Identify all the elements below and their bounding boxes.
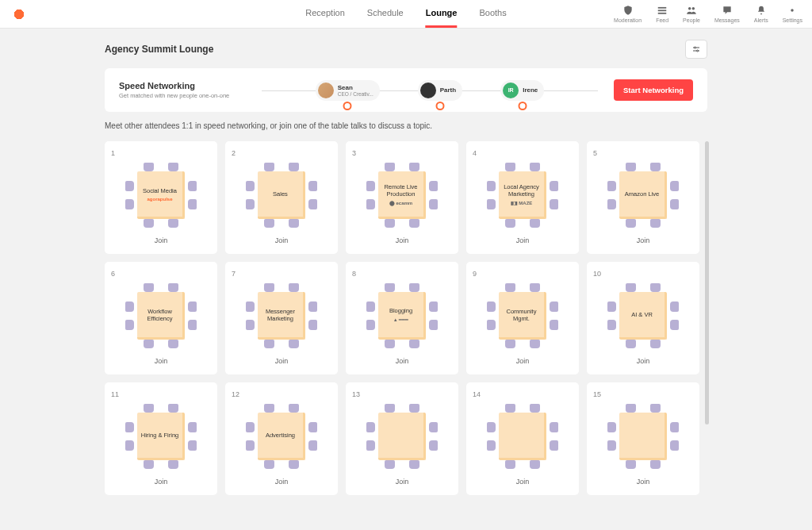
svg-point-9 — [697, 50, 699, 52]
chair-icon — [366, 181, 375, 191]
chair-icon — [289, 460, 299, 469]
person-chip[interactable]: Parth — [418, 80, 462, 101]
chair-icon — [366, 320, 375, 330]
join-button[interactable]: Join — [275, 357, 289, 365]
shield-icon — [622, 5, 634, 16]
chair-icon — [366, 199, 375, 209]
start-networking-button[interactable]: Start Networking — [614, 79, 693, 101]
nav-tab-booths[interactable]: Booths — [479, 0, 506, 28]
join-button[interactable]: Join — [275, 236, 289, 244]
table-label: AI & VR — [631, 311, 653, 318]
chair-icon — [505, 340, 515, 348]
table-sponsor: ▮◨ MAZE — [511, 200, 533, 205]
nav-settings[interactable]: Settings — [783, 5, 802, 23]
sliders-icon — [691, 44, 701, 54]
topbar: ReceptionScheduleLoungeBooths Moderation… — [0, 0, 812, 29]
nav-icon-label: Settings — [783, 17, 802, 23]
chair-icon — [550, 422, 558, 432]
messages-icon — [722, 5, 733, 16]
join-button[interactable]: Join — [396, 478, 409, 486]
nav-alerts[interactable]: Alerts — [754, 5, 768, 23]
join-button[interactable]: Join — [396, 236, 409, 244]
chair-icon — [670, 320, 679, 330]
chair-icon — [626, 404, 636, 413]
table-number: 2 — [232, 149, 236, 157]
nav-people[interactable]: People — [683, 5, 700, 23]
chair-icon — [626, 283, 636, 292]
chair-icon — [409, 163, 419, 171]
table-top: Hiring & Firing — [137, 413, 185, 460]
chair-icon — [264, 340, 274, 348]
join-button[interactable]: Join — [637, 236, 650, 244]
table-number: 15 — [593, 390, 601, 398]
chair-icon — [429, 422, 438, 432]
table-sponsor: ▲ ━━━ — [393, 317, 409, 322]
chair-icon — [505, 404, 515, 413]
person-chip[interactable]: SeanCEO / Creativ... — [316, 80, 380, 101]
scrollbar[interactable] — [705, 141, 709, 424]
chair-icon — [308, 181, 317, 191]
table-top: Workflow Efficiency — [137, 292, 185, 340]
chair-icon — [487, 199, 496, 209]
join-button[interactable]: Join — [516, 357, 530, 365]
chair-icon — [246, 181, 255, 191]
nav-tab-lounge[interactable]: Lounge — [426, 0, 458, 28]
chair-icon — [144, 460, 154, 469]
chair-icon — [385, 340, 395, 348]
join-button[interactable]: Join — [516, 478, 530, 486]
table-top: Sales — [258, 171, 305, 219]
table-visual: Amazon Live — [607, 162, 680, 229]
join-button[interactable]: Join — [155, 236, 168, 244]
table-card: 7Messenger MarketingJoin — [225, 262, 338, 374]
nav-feed[interactable]: Feed — [656, 5, 668, 23]
chair-icon — [626, 163, 636, 171]
nav-icon-label: People — [683, 17, 700, 23]
join-button[interactable]: Join — [155, 478, 168, 486]
logo — [10, 6, 29, 22]
nav-tab-schedule[interactable]: Schedule — [367, 0, 404, 28]
chair-icon — [429, 199, 438, 209]
chair-icon — [188, 301, 197, 312]
table-label: Amazon Live — [625, 190, 659, 198]
join-button[interactable]: Join — [275, 478, 289, 486]
table-card: 12AdvertisingJoin — [225, 382, 338, 495]
join-button[interactable]: Join — [155, 357, 168, 365]
avatar — [318, 83, 334, 98]
avatar: IR — [503, 83, 519, 98]
filter-button[interactable] — [685, 40, 707, 59]
join-button[interactable]: Join — [637, 478, 650, 486]
nav-icon-label: Messages — [714, 17, 740, 23]
table-visual: Sales — [245, 162, 318, 229]
chair-icon — [550, 320, 558, 330]
chair-icon — [308, 320, 317, 330]
chair-icon — [385, 163, 395, 171]
nav-moderation[interactable]: Moderation — [614, 5, 642, 23]
person-chip[interactable]: IRIrene — [500, 80, 544, 101]
chair-icon — [308, 301, 317, 312]
chair-icon — [429, 320, 438, 330]
table-card: 3Remote Live Production⬤ ecammJoin — [346, 141, 458, 254]
table-number: 14 — [473, 390, 481, 398]
chair-icon — [429, 301, 438, 312]
gear-icon — [787, 5, 798, 16]
table-label: Sales — [273, 190, 288, 198]
svg-rect-1 — [658, 10, 667, 11]
join-button[interactable]: Join — [396, 357, 409, 365]
chair-icon — [530, 340, 540, 348]
speed-people: SeanCEO / Creativ...ParthIRIrene — [262, 80, 598, 101]
person-role: CEO / Creativ... — [338, 91, 373, 97]
nav-tab-reception[interactable]: Reception — [305, 0, 345, 28]
chair-icon — [670, 181, 679, 191]
join-button[interactable]: Join — [637, 357, 650, 365]
chair-icon — [607, 181, 616, 191]
nav-messages[interactable]: Messages — [714, 5, 740, 23]
join-button[interactable]: Join — [516, 236, 530, 244]
table-sponsor: ⬤ ecamm — [389, 200, 412, 205]
table-label: Remote Live Production — [381, 183, 420, 198]
table-number: 9 — [473, 270, 477, 278]
nav-right: ModerationFeedPeopleMessagesAlertsSettin… — [614, 5, 802, 23]
chair-icon — [607, 440, 616, 451]
chair-icon — [670, 199, 679, 209]
chair-icon — [144, 283, 154, 292]
chair-icon — [168, 219, 178, 228]
